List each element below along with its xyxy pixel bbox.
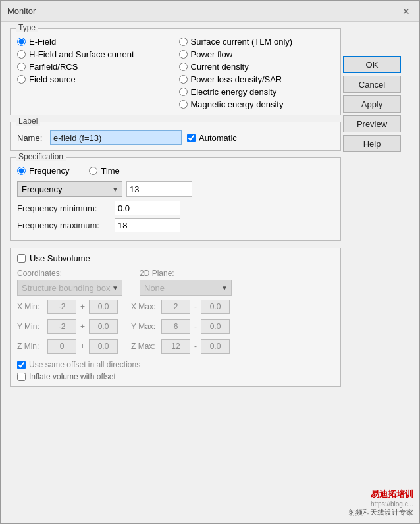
name-input[interactable] [50,130,182,145]
subvol-section: Use Subvolume Coordinates: Structure bou… [10,248,341,387]
time-radio[interactable] [89,167,97,175]
zmax-group: Z Max: - [131,339,230,354]
type-powerflow-label: Power flow [191,49,233,59]
type-currentdensity: Current density [179,62,334,72]
same-offset-checkbox[interactable] [17,361,26,369]
watermark-brand: 易迪拓培训 [348,488,413,500]
coords-label: Coordinates: [17,269,122,278]
freq-max-row: Frequency maximum: [17,218,334,232]
plane-label: 2D Plane: [140,269,232,278]
type-hfield: H-Field and Surface current [17,49,172,59]
freq-min-row: Frequency minimum: [17,201,334,215]
type-electricenergy-label: Electric energy density [191,87,277,97]
type-surfcurrent-radio[interactable] [179,38,188,46]
ok-button[interactable]: OK [343,56,401,73]
type-fieldsrc: Field source [17,74,172,84]
spec-section: Specification Frequency Time [10,157,341,241]
xmin-offset[interactable] [89,300,118,314]
freq-max-input[interactable] [115,218,180,232]
type-section-title: Type [16,23,38,32]
content-area: OK Cancel Apply Preview Help Type E-Fie [1,22,419,523]
freq-dropdown-wrap: Frequency [17,181,122,197]
time-radio-item: Time [89,166,119,176]
cancel-button[interactable]: Cancel [343,76,401,93]
xmax-group: X Max: - [131,300,230,314]
xmin-label: X Min: [17,302,43,311]
freq-value-input[interactable] [126,181,192,197]
xyz-section: X Min: + X Max: - [17,300,334,356]
watermark-url: https://blog.c... [348,500,413,508]
help-button[interactable]: Help [343,135,401,152]
spec-section-title: Specification [16,152,66,161]
title-bar: Monitor ✕ [1,1,419,22]
inflate-checkbox[interactable] [17,373,26,381]
type-efield-label: E-Field [29,37,56,47]
ymax-group: Y Max: - [131,319,230,334]
type-section: Type E-Field H-Field and Surface current [10,28,341,115]
type-electricenergy-radio[interactable] [179,88,188,96]
type-fieldsrc-radio[interactable] [17,75,26,84]
type-powerloss-radio[interactable] [179,75,188,84]
zmin-offset[interactable] [89,339,118,354]
zmax-offset[interactable] [201,339,230,354]
ymax-input[interactable] [161,319,190,334]
zmax-input[interactable] [161,339,190,354]
same-offset-row: Use same offset in all directions [17,360,334,369]
xmax-minus: - [194,302,197,311]
ymin-offset[interactable] [89,319,118,334]
xmax-offset[interactable] [201,300,230,314]
coords-group: Coordinates: Structure bounding box [17,269,122,296]
watermark: 易迪拓培训 https://blog.c... 射频和天线设计专家 [348,488,413,517]
apply-button[interactable]: Apply [343,95,401,113]
type-hfield-radio[interactable] [17,50,26,59]
close-button[interactable]: ✕ [400,5,413,18]
y-row: Y Min: + Y Max: - [17,319,334,336]
freq-dropdown[interactable]: Frequency [17,181,122,197]
window-title: Monitor [7,6,36,16]
coord-none-wrap: None [140,280,232,296]
same-offset-label: Use same offset in all directions [29,360,140,369]
freq-min-input[interactable] [115,201,180,215]
auto-check-row: Automatic [187,133,237,143]
freq-min-label: Frequency minimum: [17,203,109,213]
inflate-label: Inflate volume with offset [29,372,116,381]
coord-dropdown-wrap: Structure bounding box [17,280,122,296]
xmin-input[interactable] [47,300,76,314]
type-farfield: Farfield/RCS [17,62,172,72]
label-section-title: Label [16,117,40,126]
freq-radio-item: Frequency [17,166,69,176]
type-powerflow-radio[interactable] [179,50,188,59]
ymax-label: Y Max: [131,322,157,331]
frequency-radio[interactable] [17,167,26,175]
ymin-plus: + [80,322,85,331]
xmax-input[interactable] [161,300,190,314]
type-surfcurrent-label: Surface current (TLM only) [191,37,293,47]
type-efield-radio[interactable] [17,38,26,46]
type-surfcurrent: Surface current (TLM only) [179,37,334,47]
use-subvol-checkbox[interactable] [17,254,26,263]
coord-dropdown[interactable]: Structure bounding box [17,280,122,296]
preview-button[interactable]: Preview [343,115,401,132]
plane-dropdown[interactable]: None [140,280,232,296]
watermark-tagline: 射频和天线设计专家 [348,508,413,517]
type-powerflow: Power flow [179,49,334,59]
type-currentdensity-radio[interactable] [179,63,188,71]
type-currentdensity-label: Current density [191,62,249,72]
monitor-window: Monitor ✕ OK Cancel Apply Preview Help T… [0,0,420,524]
automatic-checkbox[interactable] [187,134,196,142]
main-layout: OK Cancel Apply Preview Help Type E-Fie [10,28,410,387]
zmin-input[interactable] [47,339,76,354]
type-left-col: E-Field H-Field and Surface current Farf… [17,37,172,109]
ymax-offset[interactable] [201,319,230,334]
coord-dropdown-row: Coordinates: Structure bounding box 2D P… [17,269,334,296]
automatic-label: Automatic [199,133,237,143]
type-farfield-radio[interactable] [17,63,26,71]
type-electricenergy: Electric energy density [179,87,334,97]
type-magneticenergy-radio[interactable] [179,100,188,109]
label-section: Label Name: Automatic [10,122,341,151]
name-row: Name: Automatic [17,130,334,145]
x-row: X Min: + X Max: - [17,300,334,317]
ymin-group: Y Min: + [17,319,118,334]
ymin-input[interactable] [47,319,76,334]
type-powerloss-label: Power loss density/SAR [191,74,282,84]
